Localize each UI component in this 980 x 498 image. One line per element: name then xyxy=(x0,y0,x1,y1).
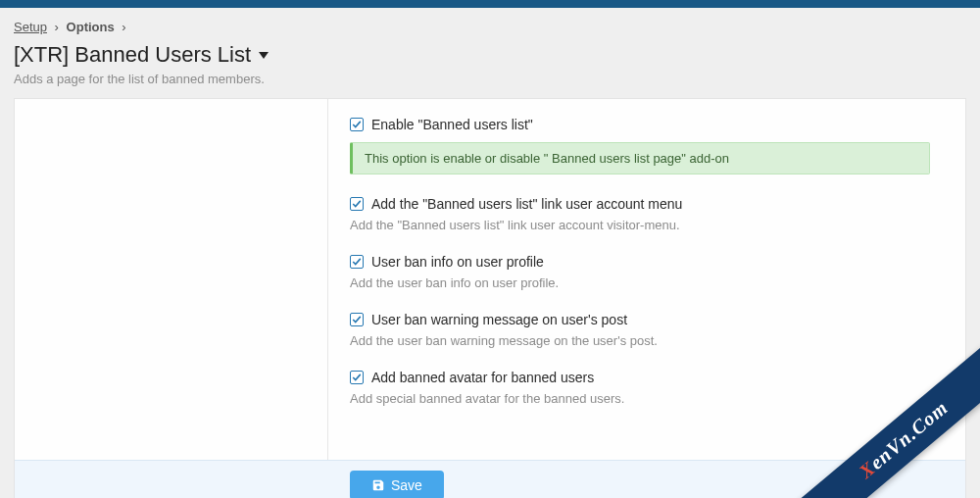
checkbox-banned-avatar[interactable] xyxy=(350,371,364,384)
panel-footer: Save xyxy=(15,460,965,498)
option-label: Add the "Banned users list" link user ac… xyxy=(371,196,682,212)
caret-down-icon xyxy=(259,52,269,59)
checkbox-link-menu[interactable] xyxy=(350,197,364,211)
panel-left xyxy=(15,99,328,460)
check-icon xyxy=(352,315,362,324)
option-label: Enable "Banned users list" xyxy=(371,117,533,132)
save-button[interactable]: Save xyxy=(350,471,444,498)
page-description: Adds a page for the list of banned membe… xyxy=(0,70,980,98)
option-warning-post: User ban warning message on user's post … xyxy=(350,312,930,348)
page-title: [XTR] Banned Users List xyxy=(14,42,251,68)
breadcrumb-setup[interactable]: Setup xyxy=(14,20,47,34)
breadcrumb: Setup › Options › xyxy=(0,8,980,38)
option-label: User ban warning message on user's post xyxy=(371,312,627,327)
check-icon xyxy=(352,199,362,209)
option-desc: Add the "Banned users list" link user ac… xyxy=(350,218,930,232)
check-icon xyxy=(352,120,362,129)
panel-right: Enable "Banned users list" This option i… xyxy=(328,99,965,460)
chevron-right-icon: › xyxy=(55,20,59,34)
option-link-menu: Add the "Banned users list" link user ac… xyxy=(350,196,930,232)
breadcrumb-options[interactable]: Options xyxy=(67,20,115,34)
option-desc: Add the user ban warning message on the … xyxy=(350,333,930,348)
check-icon xyxy=(352,373,362,382)
option-desc: Add the user ban info on user profile. xyxy=(350,275,930,290)
check-icon xyxy=(352,257,362,267)
option-banned-avatar: Add banned avatar for banned users Add s… xyxy=(350,370,930,406)
checkbox-profile-info[interactable] xyxy=(350,255,364,269)
option-hint: This option is enable or disable " Banne… xyxy=(350,142,930,174)
save-button-label: Save xyxy=(391,477,422,493)
option-profile-info: User ban info on user profile Add the us… xyxy=(350,254,930,290)
chevron-right-icon: › xyxy=(122,20,125,34)
checkbox-warning-post[interactable] xyxy=(350,313,364,326)
option-label: User ban info on user profile xyxy=(371,254,544,270)
option-label: Add banned avatar for banned users xyxy=(371,370,594,385)
page-title-dropdown[interactable]: [XTR] Banned Users List xyxy=(14,42,269,68)
options-panel: Enable "Banned users list" This option i… xyxy=(14,98,966,498)
option-desc: Add special banned avatar for the banned… xyxy=(350,391,930,406)
option-enable: Enable "Banned users list" This option i… xyxy=(350,117,930,174)
top-bar xyxy=(0,0,980,8)
save-icon xyxy=(371,478,385,492)
checkbox-enable[interactable] xyxy=(350,118,364,131)
